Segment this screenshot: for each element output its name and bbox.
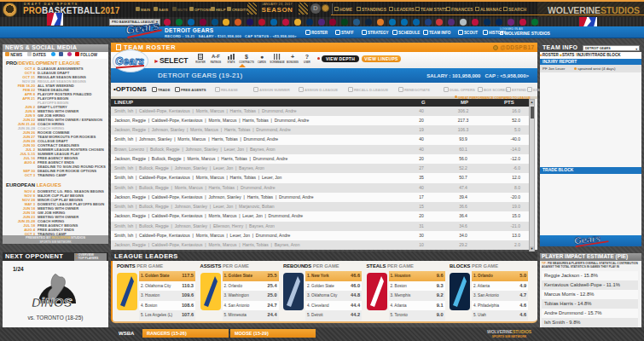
svg-text:DiNOS: DiNOS: [32, 295, 73, 309]
